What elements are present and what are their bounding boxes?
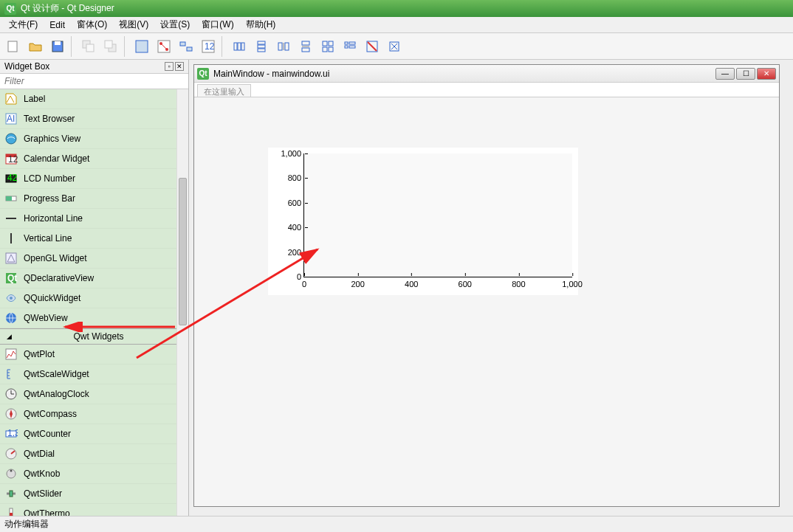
widget-item-qdeclarativeview[interactable]: QtQDeclarativeView [0,269,188,289]
menu-view[interactable]: 视图(V) [113,17,154,32]
svg-rect-34 [345,46,348,48]
design-window-body[interactable]: 02004006008001,00002004006008001,000 [194,97,779,506]
save-button[interactable] [47,36,68,57]
svg-rect-25 [302,41,309,45]
bring-front-button[interactable] [100,36,121,57]
layout-h-splitter-button[interactable] [273,36,294,57]
menu-file[interactable]: 文件(F) [3,17,44,32]
widget-item-label: Vertical Line [24,233,72,243]
layout-horizontal-button[interactable] [229,36,250,57]
scrollbar[interactable] [176,89,188,516]
close-button[interactable]: ✕ [757,68,776,80]
y-tick: 200 [272,248,304,257]
widget-item-qquickwidget[interactable]: QQuickWidget [0,289,188,308]
svg-rect-16 [234,43,237,50]
app-titlebar: Qt Qt 设计师 - Qt Designer [0,0,793,17]
svg-rect-13 [187,47,192,51]
x-tick: 800 [512,277,525,289]
widget-item-qwtknob[interactable]: QwtKnob [0,464,188,484]
svg-rect-33 [349,42,355,44]
new-form-button[interactable] [3,36,24,57]
widget-item-label: Calendar Widget [24,153,89,164]
minimize-button[interactable]: — [715,68,735,80]
svg-rect-0 [8,41,17,52]
toolbar-separator [124,36,128,57]
menu-window[interactable]: 窗口(W) [196,17,239,32]
calendar-widget-icon: 12 [4,152,18,165]
widget-item-qwebview[interactable]: QWebView [0,308,188,328]
widget-list[interactable]: LabelAIText BrowserGraphics View12Calend… [0,89,188,516]
dock-close-button[interactable]: ✕ [175,62,184,71]
edit-signals-button[interactable] [154,36,174,57]
break-layout-button[interactable] [362,36,382,57]
widget-item-qwtthermo[interactable]: QwtThermo [0,504,188,516]
widget-item-opengl-widget[interactable]: OpenGL Widget [0,249,188,269]
design-window[interactable]: Qt MainWindow - mainwindow.ui — ☐ ✕ 在这里输… [193,64,780,507]
qwtplot-widget[interactable]: 02004006008001,00002004006008001,000 [268,148,578,295]
category-label: Qwt Widgets [13,331,184,342]
widget-item-label: QwtScaleWidget [24,369,89,379]
widget-box-dock: Widget Box ▫ ✕ LabelAIText BrowserGraphi… [0,60,189,516]
svg-rect-31 [329,47,333,52]
widget-item-qwtslider[interactable]: QwtSlider [0,484,188,504]
lcd-number-icon: 42 [4,172,18,185]
widget-item-label: QwtCompass [24,409,77,419]
svg-point-54 [10,297,13,300]
widget-item-label: QwtThermo [24,508,70,516]
toolbar-separator [71,36,75,57]
adjust-size-button[interactable] [384,36,405,57]
layout-form-button[interactable] [340,36,360,57]
y-tick: 1,000 [272,149,304,158]
qwtcompass-icon [4,407,18,421]
widget-item-label: QDeclarativeView [24,273,94,283]
widget-item-label: Progress Bar [24,193,75,204]
widget-item-calendar-widget[interactable]: 12Calendar Widget [0,149,188,169]
dock-float-button[interactable]: ▫ [165,62,174,71]
category-qwt-widgets[interactable]: ◢Qwt Widgets [0,328,188,345]
widget-item-label[interactable]: Label [0,89,188,109]
edit-widgets-button[interactable] [131,36,152,57]
filter-input[interactable] [0,74,188,89]
widget-item-vertical-line[interactable]: Vertical Line [0,229,188,249]
send-back-button[interactable] [78,36,99,57]
edit-tab-order-button[interactable]: 12 [198,36,219,57]
svg-text:12: 12 [205,41,215,52]
widget-item-graphics-view[interactable]: Graphics View [0,129,188,149]
edit-buddies-button[interactable] [176,36,196,57]
layout-vertical-button[interactable] [251,36,272,57]
menu-help[interactable]: 帮助(H) [240,17,282,32]
svg-rect-7 [136,41,148,52]
widget-item-lcd-number[interactable]: 42LCD Number [0,169,188,189]
svg-rect-20 [258,45,265,48]
scrollbar-thumb[interactable] [179,178,187,325]
maximize-button[interactable]: ☐ [736,68,755,80]
menu-form[interactable]: 窗体(O) [71,17,113,32]
svg-rect-26 [302,48,309,52]
widget-item-qwtcompass[interactable]: QwtCompass [0,404,188,424]
open-button[interactable] [25,36,46,57]
menu-settings[interactable]: 设置(S) [154,17,196,32]
widget-item-qwtcounter[interactable]: 1.3QwtCounter [0,424,188,444]
widget-item-label: QwtKnob [24,469,60,479]
widget-item-text-browser[interactable]: AIText Browser [0,109,188,129]
widget-item-progress-bar[interactable]: Progress Bar [0,189,188,209]
menu-edit[interactable]: Edit [44,18,71,32]
svg-rect-48 [6,196,12,201]
design-canvas: Qt MainWindow - mainwindow.ui — ☐ ✕ 在这里输… [189,60,793,516]
widget-item-horizontal-line[interactable]: Horizontal Line [0,209,188,229]
menubar: 文件(F) Edit 窗体(O) 视图(V) 设置(S) 窗口(W) 帮助(H) [0,17,793,33]
vertical-line-icon [4,232,18,245]
svg-rect-35 [349,46,355,48]
y-tick: 600 [272,198,304,207]
widget-item-qwtscalewidget[interactable]: QwtScaleWidget [0,365,188,384]
widget-item-qwtplot[interactable]: QwtPlot [0,345,188,365]
layout-v-splitter-button[interactable] [295,36,316,57]
menu-placeholder[interactable]: 在这里输入 [197,84,251,97]
layout-grid-button[interactable] [317,36,338,57]
design-window-title: MainWindow - mainwindow.ui [213,69,329,79]
widget-item-label: Graphics View [24,134,80,144]
widget-item-qwtanalogclock[interactable]: QwtAnalogClock [0,384,188,404]
widget-item-qwtdial[interactable]: QwtDial [0,444,188,464]
graphics-view-icon [4,132,18,145]
design-window-menubar[interactable]: 在这里输入 [194,83,779,97]
